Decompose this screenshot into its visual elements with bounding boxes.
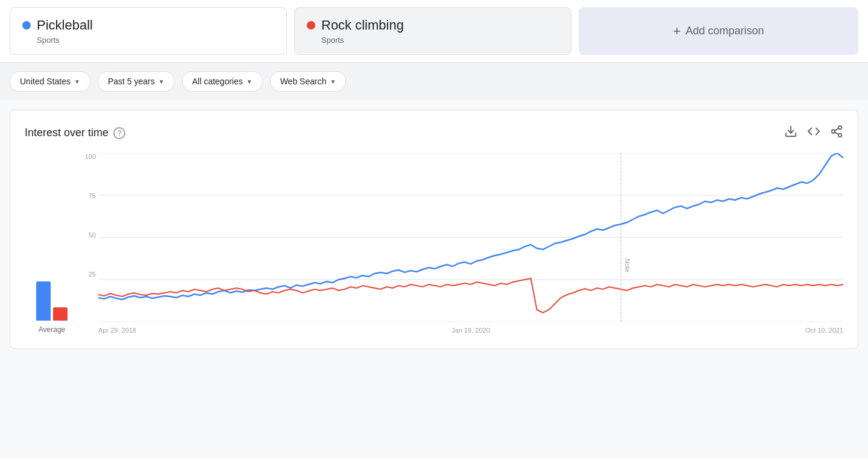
rock-climbing-label: Rock climbing [321, 17, 404, 33]
y-label-100: 100 [79, 153, 96, 160]
x-label-2021: Oct 10, 2021 [805, 327, 843, 334]
time-filter[interactable]: Past 5 years ▼ [98, 71, 175, 92]
time-chevron-icon: ▼ [159, 78, 165, 85]
search-cards: Pickleball Sports Rock climbing Sports +… [10, 7, 858, 62]
pickleball-line [98, 153, 843, 300]
pickleball-dot [22, 21, 31, 30]
chart-title-row: Interest over time ? [25, 127, 125, 139]
chart-section: Interest over time ? Average [10, 110, 858, 349]
time-filter-label: Past 5 years [108, 77, 155, 86]
main-chart: 100 75 50 25 N [79, 153, 843, 334]
rock-climbing-line [98, 278, 843, 313]
x-label-2018: Apr 29, 2018 [98, 327, 136, 334]
y-axis-labels: 100 75 50 25 [79, 153, 98, 322]
search-type-filter[interactable]: Web Search ▼ [270, 71, 347, 92]
add-comparison-label: Add comparison [685, 25, 764, 37]
y-label-25: 25 [79, 271, 96, 278]
filter-bar: United States ▼ Past 5 years ▼ All categ… [0, 63, 868, 100]
rock-climbing-title-row: Rock climbing [307, 17, 559, 33]
search-type-chevron-icon: ▼ [330, 78, 336, 85]
region-chevron-icon: ▼ [74, 78, 80, 85]
chart-header: Interest over time ? [25, 125, 843, 141]
region-filter[interactable]: United States ▼ [10, 71, 90, 92]
y-label-50: 50 [79, 231, 96, 239]
svg-text:Note: Note [624, 259, 631, 272]
search-type-filter-label: Web Search [280, 77, 327, 86]
share-button[interactable] [830, 125, 843, 141]
categories-filter-label: All categories [192, 77, 243, 86]
average-col: Average [25, 272, 79, 334]
pickleball-subtitle: Sports [37, 36, 274, 45]
embed-button[interactable] [807, 125, 820, 141]
chart-container: Average 100 75 50 25 [25, 153, 843, 334]
chart-actions [784, 125, 843, 141]
region-filter-label: United States [20, 77, 71, 86]
rock-climbing-dot [307, 21, 315, 30]
avg-bars [36, 272, 68, 321]
chart-title: Interest over time [25, 127, 108, 139]
trend-chart-svg: Note [98, 153, 843, 322]
pickleball-label: Pickleball [37, 17, 93, 33]
help-icon[interactable]: ? [113, 127, 125, 139]
add-comparison-card[interactable]: + Add comparison [579, 7, 858, 55]
svg-line-5 [835, 128, 838, 131]
top-section: Pickleball Sports Rock climbing Sports +… [0, 0, 868, 63]
rock-climbing-subtitle: Sports [321, 36, 559, 45]
avg-bar-red [53, 307, 68, 321]
svg-line-4 [835, 132, 838, 134]
pickleball-card[interactable]: Pickleball Sports [10, 7, 287, 55]
svg-chart-wrapper: Note Apr 29, 2018 Jan 19, 2020 Oct 10, 2… [98, 153, 843, 334]
download-button[interactable] [784, 125, 797, 141]
plus-icon: + [673, 24, 681, 39]
rock-climbing-card[interactable]: Rock climbing Sports [294, 7, 571, 55]
average-label: Average [39, 325, 65, 334]
x-axis-labels: Apr 29, 2018 Jan 19, 2020 Oct 10, 2021 [98, 327, 843, 334]
avg-bar-blue [36, 281, 51, 321]
pickleball-title-row: Pickleball [22, 17, 274, 33]
categories-chevron-icon: ▼ [247, 78, 253, 85]
y-label-75: 75 [79, 192, 96, 199]
x-label-2020: Jan 19, 2020 [451, 327, 490, 334]
categories-filter[interactable]: All categories ▼ [182, 71, 263, 92]
